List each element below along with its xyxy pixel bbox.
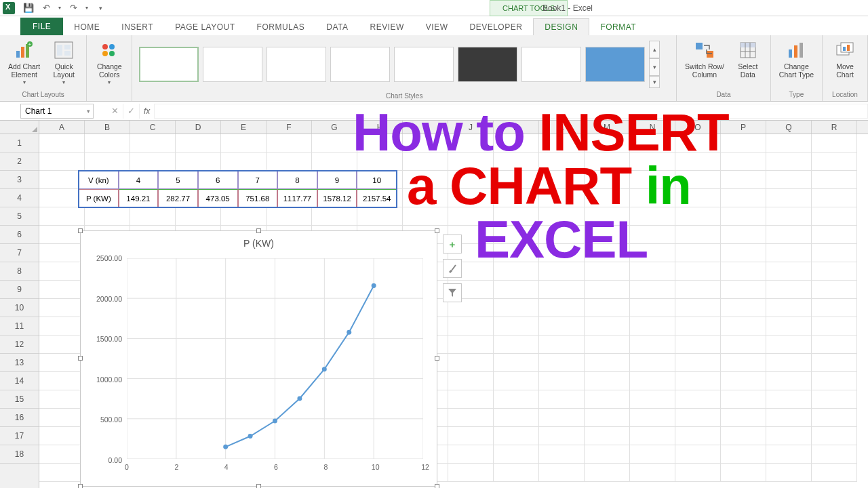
row-header[interactable]: 7 [0, 244, 39, 262]
resize-handle[interactable] [78, 484, 83, 488]
dropdown-caret-icon: ▾ [62, 79, 65, 85]
quick-layout-button[interactable]: Quick Layout ▾ [47, 38, 81, 87]
row-header[interactable]: 10 [0, 299, 39, 317]
tab-design[interactable]: DESIGN [533, 18, 589, 35]
name-box[interactable]: Chart 1 ▾ [20, 104, 94, 119]
add-chart-element-button[interactable]: + Add Chart Element ▾ [5, 38, 43, 87]
row-header[interactable]: 9 [0, 281, 39, 299]
column-header[interactable]: Q [766, 121, 812, 134]
chart-style-6[interactable] [458, 47, 517, 82]
row-header[interactable]: 16 [0, 409, 39, 427]
chart-style-2[interactable] [203, 47, 262, 82]
table-cell[interactable]: 6 [198, 171, 238, 189]
table-cell[interactable]: 751.68 [238, 189, 278, 207]
ribbon-group-chart-layouts: + Add Chart Element ▾ Quick Layout ▾ Cha… [0, 35, 87, 101]
plot-area[interactable] [127, 258, 423, 459]
chart-style-4[interactable] [330, 47, 390, 82]
gallery-scroll-down[interactable]: ▾ [649, 58, 660, 76]
switch-row-column-button[interactable]: Switch Row/ Column [682, 38, 727, 80]
row-header[interactable]: 2 [0, 152, 39, 171]
chart-style-7[interactable] [521, 47, 581, 82]
svg-rect-14 [707, 51, 713, 58]
column-header[interactable]: C [130, 121, 176, 134]
change-colors-button[interactable]: Change Colors ▾ [92, 38, 126, 87]
column-header[interactable]: A [39, 121, 85, 134]
column-header[interactable]: D [176, 121, 221, 134]
row-header[interactable]: 1 [0, 134, 39, 152]
column-header[interactable]: E [221, 121, 267, 134]
tab-data[interactable]: DATA [315, 19, 359, 35]
tab-review[interactable]: REVIEW [359, 19, 414, 35]
table-header-p[interactable]: P (KW) [79, 189, 119, 207]
resize-handle[interactable] [78, 228, 83, 233]
move-chart-icon [834, 39, 856, 61]
column-header[interactable]: B [85, 121, 130, 134]
name-box-value: Chart 1 [25, 106, 52, 116]
row-header[interactable]: 11 [0, 317, 39, 336]
tab-formulas[interactable]: FORMULAS [246, 19, 316, 35]
column-header[interactable]: G [312, 121, 357, 134]
svg-rect-25 [843, 47, 846, 51]
row-header[interactable]: 17 [0, 427, 39, 445]
column-header[interactable]: R [812, 121, 857, 134]
row-header[interactable]: 6 [0, 226, 39, 244]
gallery-scroll-up[interactable]: ▴ [649, 41, 660, 58]
row-header[interactable]: 13 [0, 354, 39, 372]
tab-format[interactable]: FORMAT [589, 19, 647, 35]
ribbon-group-chart-styles: ▴ ▾ ▾ Chart Styles [132, 35, 677, 101]
table-cell[interactable]: 5 [158, 171, 198, 189]
gallery-scroll: ▴ ▾ ▾ [649, 41, 660, 88]
row-header[interactable]: 18 [0, 445, 39, 464]
undo-button[interactable]: ↶ [38, 1, 54, 16]
row-header[interactable]: 12 [0, 336, 39, 354]
resize-handle[interactable] [435, 356, 439, 361]
select-data-icon [737, 39, 759, 61]
change-colors-label: Change Colors [97, 62, 122, 79]
select-data-button[interactable]: Select Data [731, 38, 765, 80]
table-header-v[interactable]: V (kn) [79, 171, 119, 189]
table-cell[interactable]: 7 [238, 171, 278, 189]
tab-home[interactable]: HOME [63, 19, 111, 35]
change-chart-type-button[interactable]: Change Chart Type [776, 38, 816, 80]
undo-dropdown[interactable]: ▾ [56, 1, 64, 16]
table-cell[interactable]: 8 [277, 171, 317, 189]
resize-handle[interactable] [256, 228, 261, 233]
select-all-corner[interactable] [0, 121, 39, 134]
row-header[interactable]: 4 [0, 189, 39, 207]
row-header[interactable]: 15 [0, 390, 39, 409]
resize-handle[interactable] [435, 484, 439, 488]
chart-style-1[interactable] [139, 47, 199, 82]
resize-handle[interactable] [256, 484, 261, 488]
column-header[interactable]: F [267, 121, 312, 134]
table-cell[interactable]: 1578.12 [317, 189, 357, 207]
redo-button[interactable]: ↷ [65, 1, 81, 16]
cancel-formula-button[interactable]: ✕ [107, 104, 123, 119]
chart-style-5[interactable] [394, 47, 454, 82]
table-cell[interactable]: 149.21 [119, 189, 159, 207]
chart-style-3[interactable] [267, 47, 326, 82]
resize-handle[interactable] [78, 356, 83, 361]
table-cell[interactable]: 473.05 [198, 189, 238, 207]
tab-insert[interactable]: INSERT [111, 19, 164, 35]
row-header[interactable]: 14 [0, 372, 39, 390]
chart-style-8[interactable] [585, 47, 645, 82]
fx-icon[interactable]: fx [140, 106, 154, 116]
qat-customize[interactable]: ▾ [92, 1, 108, 16]
table-cell[interactable]: 1117.77 [277, 189, 317, 207]
tab-developer[interactable]: DEVELOPER [459, 19, 534, 35]
table-cell[interactable]: 9 [317, 171, 357, 189]
tab-file[interactable]: FILE [20, 18, 63, 35]
tab-page-layout[interactable]: PAGE LAYOUT [164, 19, 245, 35]
gallery-expand[interactable]: ▾ [649, 76, 660, 88]
table-cell[interactable]: 4 [119, 171, 159, 189]
row-header[interactable]: 3 [0, 171, 39, 189]
row-header[interactable]: 8 [0, 262, 39, 281]
enter-formula-button[interactable]: ✓ [123, 104, 140, 119]
tab-view[interactable]: VIEW [415, 19, 459, 35]
row-header[interactable]: 5 [0, 207, 39, 226]
table-cell[interactable]: 282.77 [158, 189, 198, 207]
redo-dropdown[interactable]: ▾ [83, 1, 91, 16]
save-button[interactable]: 💾 [20, 1, 37, 16]
move-chart-button[interactable]: Move Chart [828, 38, 862, 80]
chart-filter-button[interactable] [443, 283, 462, 302]
